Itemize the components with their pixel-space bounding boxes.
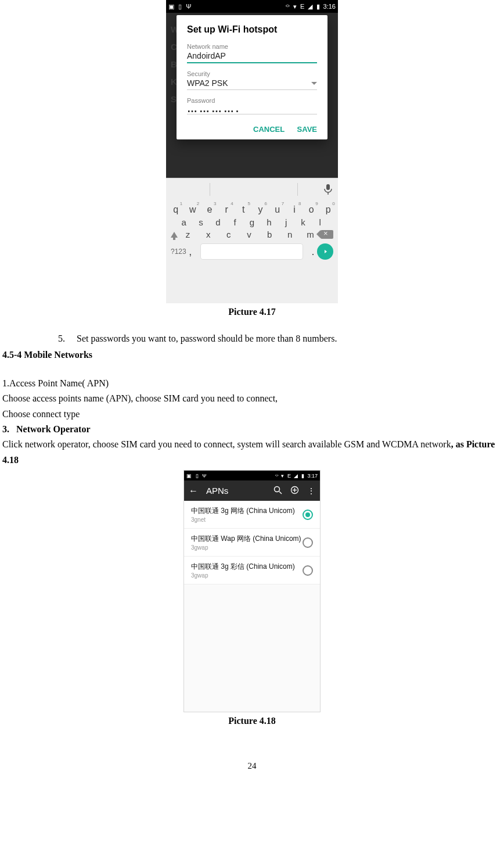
signal-icon: ◢ (308, 3, 312, 10)
wifi-icon: ▾ (281, 473, 284, 479)
key-a[interactable]: a (177, 217, 190, 227)
add-icon[interactable] (290, 486, 299, 496)
apn-subtitle: 3gwap (191, 544, 301, 551)
bluetooth-icon: ⌔ (275, 473, 278, 479)
dialog-title: Set up Wi-Fi hotspot (187, 24, 317, 35)
apn-item[interactable]: 中国联通 3g 网络 (China Unicom)3gnet (184, 501, 320, 529)
key-b[interactable]: b (263, 229, 276, 239)
shift-key[interactable] (171, 232, 178, 238)
key-v[interactable]: v (242, 229, 255, 239)
usb-icon: Ψ (202, 473, 207, 479)
sim-icon: ▯ (178, 3, 182, 10)
apn-title: 中国联通 Wap 网络 (China Unicom) (191, 534, 301, 544)
svg-line-3 (279, 492, 282, 494)
key-n[interactable]: n (283, 229, 297, 239)
apn-subtitle: 3gnet (191, 517, 295, 523)
apn-radio[interactable] (303, 537, 313, 548)
list-item-5-text: Set passwords you want to, password shou… (77, 333, 337, 343)
page-number: 24 (0, 740, 504, 778)
key-s[interactable]: s (194, 217, 207, 227)
search-icon[interactable] (273, 486, 282, 496)
battery-icon: ▮ (301, 473, 304, 479)
phone-frame: ▣ ▯ Ψ ⌔ ▾ E ◢ ▮ 3:17 ← APNs (183, 470, 321, 712)
screen-title: APNs (206, 486, 265, 496)
mic-icon[interactable] (324, 184, 332, 195)
figure-apns-screenshot: ▣ ▯ Ψ ⌔ ▾ E ◢ ▮ 3:17 ← APNs (183, 470, 321, 712)
key-g[interactable]: g (245, 217, 258, 227)
status-bar: ▣ ▯ Ψ ⌔ ▾ E ◢ ▮ 3:17 (184, 471, 320, 480)
back-button[interactable]: ← (189, 486, 198, 496)
network-type: E (287, 473, 291, 479)
svg-point-2 (275, 486, 280, 492)
suggestion-bar (166, 178, 338, 200)
period-key[interactable]: . (309, 246, 317, 258)
hotspot-dialog: Set up Wi-Fi hotspot Network name Andoir… (177, 15, 327, 139)
list-number-3: 3. (2, 424, 9, 434)
soft-keyboard[interactable]: q1w2e3r4t5y6u7i8o9p0 asdfghjkl zxcvbnm ?… (166, 200, 338, 303)
chevron-down-icon (311, 82, 317, 85)
enter-key[interactable] (317, 243, 333, 260)
paragraph-apn-2: Choose access points name (APN), choose … (2, 391, 502, 406)
network-name-input[interactable]: AndoirdAP (187, 50, 317, 62)
key-j[interactable]: j (279, 217, 293, 227)
key-i[interactable]: i8 (287, 205, 301, 215)
clock: 3:16 (323, 3, 336, 10)
battery-icon: ▮ (316, 3, 320, 10)
key-u[interactable]: u7 (271, 205, 284, 215)
list-number-5: 5. (58, 331, 74, 346)
usb-icon: Ψ (186, 3, 191, 10)
key-r[interactable]: r4 (220, 205, 233, 215)
key-c[interactable]: c (222, 229, 235, 239)
image-icon: ▣ (168, 3, 174, 10)
figure-hotspot-screenshot: ▣ ▯ Ψ ⌔ ▾ E ◢ ▮ 3:16 W C B K (166, 0, 338, 303)
key-k[interactable]: k (296, 217, 309, 227)
image-icon: ▣ (186, 473, 192, 479)
key-q[interactable]: q1 (169, 205, 182, 215)
save-button[interactable]: SAVE (297, 125, 317, 134)
security-label: Security (187, 70, 317, 77)
spacebar-key[interactable] (200, 243, 303, 260)
key-e[interactable]: e3 (203, 205, 216, 215)
backspace-key[interactable] (321, 230, 333, 239)
heading-454: 4.5-4 Mobile Networks (2, 347, 502, 363)
key-p[interactable]: p0 (322, 205, 335, 215)
symbols-key[interactable]: ?123 (171, 248, 186, 256)
key-x[interactable]: x (201, 229, 215, 239)
key-y[interactable]: y6 (254, 205, 267, 215)
paragraph-apn-3: Choose connect type (2, 407, 502, 422)
key-d[interactable]: d (211, 217, 225, 227)
key-h[interactable]: h (262, 217, 276, 227)
svg-rect-0 (326, 184, 330, 190)
key-z[interactable]: z (181, 229, 195, 239)
overflow-menu-icon[interactable]: ⋮ (307, 486, 315, 496)
phone-frame: ▣ ▯ Ψ ⌔ ▾ E ◢ ▮ 3:16 W C B K (166, 0, 338, 303)
key-t[interactable]: t5 (237, 205, 250, 215)
bluetooth-icon: ⌔ (286, 3, 290, 10)
figure-caption: Picture 4.17 (0, 307, 504, 317)
apn-item[interactable]: 中国联通 Wap 网络 (China Unicom)3gwap (184, 529, 320, 557)
status-bar: ▣ ▯ Ψ ⌔ ▾ E ◢ ▮ 3:16 (166, 0, 338, 13)
cancel-button[interactable]: CANCEL (253, 125, 285, 134)
paragraph-apn-1: 1.Access Point Name( APN) (2, 376, 502, 391)
security-dropdown[interactable]: WPA2 PSK (187, 77, 228, 89)
key-o[interactable]: o9 (305, 205, 318, 215)
signal-icon: ◢ (294, 473, 298, 479)
apn-radio[interactable] (303, 510, 313, 520)
apn-item[interactable]: 中国联通 3g 彩信 (China Unicom)3gwap (184, 557, 320, 584)
key-f[interactable]: f (228, 217, 242, 227)
paragraph-operator: Click network operator, choose SIM card … (2, 437, 502, 468)
clock: 3:17 (307, 473, 318, 479)
key-w[interactable]: w2 (186, 205, 199, 215)
figure-caption: Picture 4.18 (0, 716, 504, 726)
apn-list: 中国联通 3g 网络 (China Unicom)3gnet中国联通 Wap 网… (184, 501, 320, 584)
app-bar: ← APNs ⋮ (184, 480, 320, 501)
key-l[interactable]: l (314, 217, 327, 227)
password-input[interactable]: …………. (187, 104, 317, 114)
sim-icon: ▯ (196, 473, 199, 479)
key-m[interactable]: m (304, 229, 317, 239)
network-name-label: Network name (187, 43, 317, 50)
apn-radio[interactable] (303, 565, 313, 576)
wifi-icon: ▾ (293, 3, 297, 10)
comma-key[interactable]: , (186, 246, 195, 258)
document-body: 5. Set passwords you want to, password s… (0, 331, 504, 468)
